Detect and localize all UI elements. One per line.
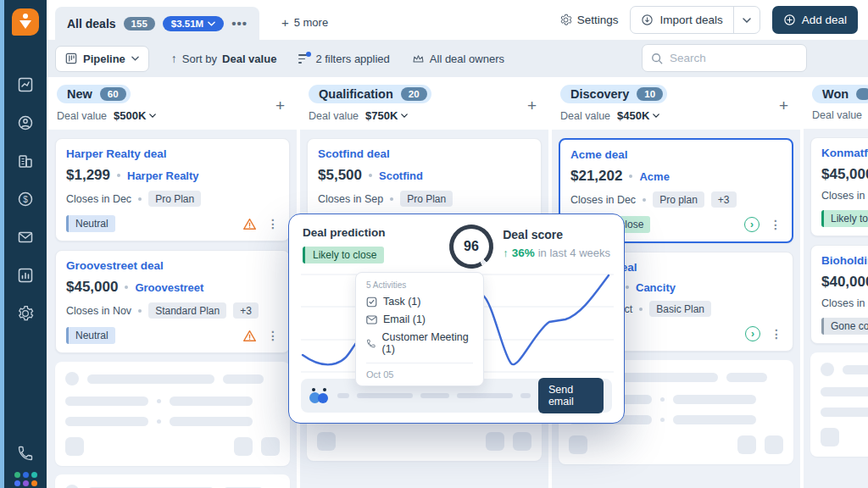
import-deals-split-button: Import deals <box>630 6 760 34</box>
deal-card-konmatfi[interactable]: Konmatfi $45,000 Closes in Likely to clo… <box>810 137 868 236</box>
stage-count-badge: 20 <box>401 87 427 101</box>
stage-count-badge <box>856 88 868 100</box>
sort-control[interactable]: ↑ Sort by Deal value <box>171 52 277 65</box>
more-tabs-button[interactable]: + 5 more <box>281 15 328 30</box>
search-box[interactable] <box>642 44 807 72</box>
settings-button[interactable]: Settings <box>559 14 619 26</box>
import-deals-caret[interactable] <box>733 7 760 33</box>
sentiment-badge: Likely to close <box>821 210 868 227</box>
tag-overflow[interactable]: +3 <box>233 302 259 319</box>
deal-link[interactable]: Harper Realty deal <box>66 147 279 160</box>
card-menu-icon[interactable]: ⋮ <box>771 328 782 340</box>
warning-icon <box>242 330 257 342</box>
email-icon[interactable] <box>17 229 34 246</box>
sidebar: $ <box>0 0 47 488</box>
placeholder-bar <box>357 393 413 398</box>
owners-control[interactable]: All deal owners <box>412 53 504 65</box>
stage-count-badge: 10 <box>637 87 663 101</box>
apps-waffle-icon[interactable] <box>14 472 37 488</box>
skeleton-card <box>55 474 290 488</box>
kanban-icon <box>65 53 77 64</box>
sentiment-badge: Gone cold <box>821 318 868 335</box>
deal-value-badge[interactable]: $3.51M <box>163 16 224 31</box>
tab-all-deals[interactable]: All deals 155 $3.51M ••• <box>55 7 259 40</box>
tag: Pro Plan <box>148 191 201 207</box>
add-deal-to-stage-button[interactable]: + <box>779 97 788 114</box>
import-deals-button[interactable]: Import deals <box>631 7 732 33</box>
tag: Standard Plan <box>148 302 226 319</box>
sentiment-badge: Neutral <box>66 327 115 344</box>
score-delta: ↑ 36% in last 4 weeks <box>503 247 610 259</box>
top-bar: All deals 155 $3.51M ••• + 5 more Settin… <box>47 0 868 40</box>
deal-prediction-popup: Deal prediction Likely to close 96 Deal … <box>288 214 625 424</box>
import-icon <box>641 14 654 26</box>
deal-score-ring: 96 <box>442 216 502 276</box>
phone-icon[interactable] <box>17 445 34 462</box>
column-won: Won Deal value Konmatfi $45,000 Closes i… <box>804 77 868 488</box>
arrow-up-icon: ↑ <box>503 247 509 259</box>
card-menu-icon[interactable]: ⋮ <box>770 219 782 230</box>
crown-icon <box>412 53 425 64</box>
prediction-badge: Likely to close <box>303 247 384 263</box>
settings-nav-icon[interactable] <box>17 305 34 322</box>
email-icon <box>366 315 377 324</box>
column-new: New 60 + Deal value $500K Harper Realty … <box>48 77 297 488</box>
deals-board-icon[interactable] <box>17 76 34 93</box>
revenue-icon[interactable]: $ <box>17 191 34 208</box>
accounts-icon[interactable] <box>17 152 34 169</box>
deal-link[interactable]: Scotfind deal <box>318 147 531 160</box>
deal-card-groovestreet[interactable]: Groovestreet deal $45,000Groovestreet Cl… <box>55 250 290 353</box>
deal-insight-icon[interactable]: › <box>744 217 760 232</box>
tooltip-header: 5 Activities <box>366 280 473 290</box>
stage-value-dropdown[interactable]: $750K <box>365 109 408 122</box>
filters-control[interactable]: 2 filters applied <box>298 53 389 65</box>
stage-value-dropdown[interactable]: $450K <box>617 109 659 122</box>
tag-overflow[interactable]: +3 <box>711 191 737 208</box>
deal-link[interactable]: Acme deal <box>570 148 782 161</box>
deal-link[interactable]: Groovestreet deal <box>66 259 279 272</box>
stage-value-dropdown[interactable]: $500K <box>114 109 156 122</box>
gear-icon <box>559 14 572 26</box>
contacts-icon[interactable] <box>17 114 34 131</box>
deal-card-bioholding[interactable]: Bioholdin $40,000 Closes in Gone cold <box>810 245 868 344</box>
company-link[interactable]: Acme <box>639 170 669 183</box>
search-input[interactable] <box>670 52 788 64</box>
deal-card-harper[interactable]: Harper Realty deal $1,299Harper Realty C… <box>55 138 290 241</box>
popup-title: Deal prediction <box>303 226 386 239</box>
add-deal-to-stage-button[interactable]: + <box>275 97 285 114</box>
card-menu-icon[interactable]: ⋮ <box>267 218 279 230</box>
add-deal-button[interactable]: Add deal <box>772 6 858 34</box>
placeholder-bar <box>337 393 349 398</box>
card-menu-icon[interactable]: ⋮ <box>267 330 279 341</box>
column-header: Discovery 10 + Deal value $450K <box>552 77 800 130</box>
freshworks-logo-icon[interactable] <box>12 8 39 36</box>
phone-icon <box>366 338 376 349</box>
deal-score-label: Deal score <box>503 228 610 241</box>
placeholder-bar <box>520 393 531 398</box>
chevron-down-icon <box>131 56 139 61</box>
company-link[interactable]: Harper Realty <box>127 169 199 182</box>
warning-icon <box>242 218 257 230</box>
deal-link[interactable]: Konmatfi <box>821 147 868 159</box>
add-deal-to-stage-button[interactable]: + <box>527 97 537 114</box>
deal-link[interactable]: Bioholdin <box>821 254 868 267</box>
tooltip-email-item: Email (1) <box>366 313 473 325</box>
plus-icon: + <box>281 15 289 30</box>
chart-tooltip: 5 Activities Task (1) Email (1) Customer… <box>355 272 484 386</box>
app-root: $ All deals 155 $3.51M <box>0 0 868 488</box>
placeholder-bar <box>420 393 449 398</box>
search-icon <box>651 53 663 64</box>
deal-score-value: 96 <box>453 229 489 264</box>
stage-pill: Discovery 10 <box>560 85 667 103</box>
send-email-button[interactable]: Send email <box>538 378 604 413</box>
svg-text:$: $ <box>23 195 28 204</box>
pipeline-view-selector[interactable]: Pipeline <box>55 46 149 72</box>
tab-more-options-icon[interactable]: ••• <box>231 16 248 30</box>
analytics-icon[interactable] <box>17 267 34 284</box>
deal-insight-icon[interactable]: › <box>745 326 760 341</box>
tab-label: All deals <box>67 17 116 30</box>
company-link[interactable]: Scotfind <box>379 169 423 182</box>
company-link[interactable]: Groovestreet <box>135 281 203 294</box>
tooltip-task-item: Task (1) <box>366 296 473 308</box>
company-link[interactable]: Cancity <box>636 281 676 294</box>
